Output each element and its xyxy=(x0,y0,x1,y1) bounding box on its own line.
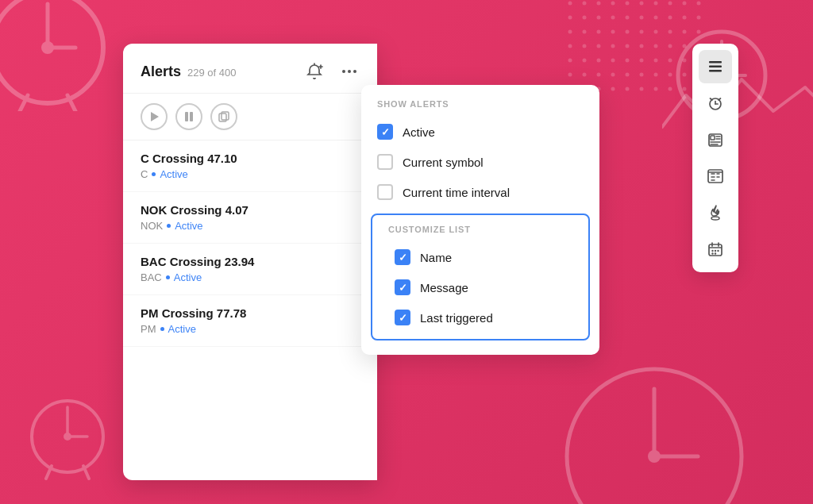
customize-list-section: CUSTOMIZE LIST Name Message Last trigger… xyxy=(371,214,590,340)
customize-list-label: CUSTOMIZE LIST xyxy=(379,225,582,242)
current-symbol-label: Current symbol xyxy=(403,156,484,169)
svg-marker-27 xyxy=(151,112,159,121)
alerts-title-area: Alerts 229 of 400 xyxy=(141,63,236,80)
main-panel: Alerts 229 of 400 xyxy=(123,44,687,480)
alert-status-bac: Active xyxy=(174,271,202,283)
alert-item-pm[interactable]: PM Crossing 77.78 PM Active xyxy=(123,295,377,347)
alerts-title: Alerts xyxy=(141,63,181,80)
current-time-label: Current time interval xyxy=(403,186,510,199)
deco-clock-bottomleft xyxy=(24,393,111,480)
alert-dot-pm xyxy=(160,327,164,331)
filter-active[interactable]: Active xyxy=(361,117,599,147)
name-checkbox[interactable] xyxy=(395,249,410,265)
list-icon xyxy=(707,58,724,75)
svg-line-38 xyxy=(711,98,713,100)
customize-icon xyxy=(707,167,724,185)
copy-button[interactable] xyxy=(210,103,237,130)
show-alerts-label: SHOW ALERTS xyxy=(361,99,599,117)
filter-current-symbol[interactable]: Current symbol xyxy=(361,147,599,177)
name-label: Name xyxy=(420,251,452,264)
copy-icon xyxy=(218,111,229,122)
svg-point-58 xyxy=(711,250,713,252)
svg-rect-33 xyxy=(709,66,722,68)
current-time-checkbox[interactable] xyxy=(377,184,393,200)
sidebar-alarm-button[interactable] xyxy=(699,87,732,120)
customize-name[interactable]: Name xyxy=(379,242,582,272)
alert-name-pm: PM Crossing 77.78 xyxy=(141,306,360,320)
alert-status-c: Active xyxy=(160,168,187,180)
deco-clock-topleft xyxy=(0,0,111,111)
svg-point-53 xyxy=(711,217,719,220)
svg-rect-41 xyxy=(711,136,715,140)
current-symbol-checkbox[interactable] xyxy=(377,154,393,170)
alert-dot-nok xyxy=(167,224,171,228)
sidebar-customize-button[interactable] xyxy=(699,160,732,193)
alert-item-nok[interactable]: NOK Crossing 4.07 NOK Active xyxy=(123,192,377,244)
last-triggered-label: Last triggered xyxy=(420,311,493,325)
last-triggered-checkbox[interactable] xyxy=(395,310,410,325)
sidebar-news-button[interactable] xyxy=(699,123,732,156)
alert-list: C Crossing 47.10 C Active NOK Crossing 4… xyxy=(123,140,377,347)
filter-current-time[interactable]: Current time interval xyxy=(361,177,599,207)
alert-dot-c xyxy=(152,172,156,176)
alert-meta-pm: PM Active xyxy=(141,323,360,335)
sidebar-trending-button[interactable] xyxy=(699,196,732,229)
sidebar-list-button[interactable] xyxy=(699,50,732,83)
newspaper-icon xyxy=(707,131,724,148)
alerts-header: Alerts 229 of 400 xyxy=(123,44,377,94)
alarm-icon xyxy=(707,94,724,112)
alert-name-bac: BAC Crossing 23.94 xyxy=(141,255,360,268)
message-checkbox[interactable] xyxy=(395,279,410,295)
calendar-icon xyxy=(707,240,724,258)
add-alert-icon xyxy=(306,63,323,80)
svg-line-39 xyxy=(719,98,721,100)
svg-rect-34 xyxy=(709,70,722,72)
svg-rect-29 xyxy=(190,112,193,121)
sidebar-calendar-button[interactable] xyxy=(699,233,732,266)
active-checkbox[interactable] xyxy=(377,124,393,140)
svg-rect-32 xyxy=(709,61,722,63)
active-label: Active xyxy=(403,125,435,139)
alert-name-nok: NOK Crossing 4.07 xyxy=(141,203,360,217)
alert-dot-bac xyxy=(166,275,170,279)
add-alert-button[interactable] xyxy=(301,58,328,85)
alert-item-c[interactable]: C Crossing 47.10 C Active xyxy=(123,140,377,192)
alert-meta-nok: NOK Active xyxy=(141,220,360,232)
alerts-card: Alerts 229 of 400 xyxy=(123,44,377,480)
svg-point-60 xyxy=(717,250,719,252)
right-sidebar xyxy=(692,44,738,272)
fire-icon xyxy=(707,204,724,221)
alerts-count: 229 of 400 xyxy=(187,67,236,79)
svg-rect-28 xyxy=(185,112,188,121)
customize-message[interactable]: Message xyxy=(379,272,582,302)
alerts-header-icons xyxy=(301,58,363,85)
alert-status-pm: Active xyxy=(168,323,196,335)
alert-meta-c: C Active xyxy=(141,168,360,180)
svg-point-24 xyxy=(342,70,345,73)
pause-button[interactable] xyxy=(175,103,202,130)
alert-name-c: C Crossing 47.10 xyxy=(141,152,360,165)
alert-meta-bac: BAC Active xyxy=(141,271,360,283)
svg-point-26 xyxy=(353,70,356,73)
message-label: Message xyxy=(420,281,468,294)
svg-point-61 xyxy=(711,252,713,254)
play-icon xyxy=(148,111,160,122)
svg-point-59 xyxy=(715,250,716,252)
alerts-toolbar xyxy=(123,94,377,140)
svg-point-25 xyxy=(348,70,351,73)
alert-item-bac[interactable]: BAC Crossing 23.94 BAC Active xyxy=(123,244,377,295)
play-button[interactable] xyxy=(141,103,168,130)
filter-dropdown: SHOW ALERTS Active Current symbol Curren… xyxy=(361,85,599,355)
customize-last-triggered[interactable]: Last triggered xyxy=(379,302,582,333)
alert-status-nok: Active xyxy=(175,220,202,232)
more-options-icon xyxy=(341,63,358,80)
more-options-button[interactable] xyxy=(336,58,363,85)
svg-point-62 xyxy=(715,252,716,254)
pause-icon xyxy=(183,111,195,122)
